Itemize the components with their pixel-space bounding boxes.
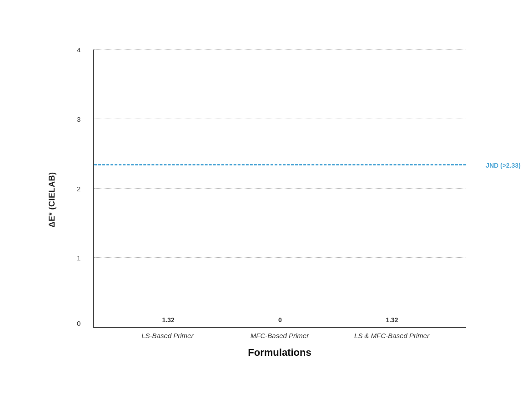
x-label-2: MFC-Based Primer	[239, 332, 321, 339]
chart-area: ΔE* (CIELAB) 4	[39, 40, 493, 359]
y-axis-label: ΔE* (CIELAB)	[48, 172, 57, 227]
plot: 4 3 2 1	[93, 50, 466, 328]
plot-and-xaxis: 4 3 2 1	[66, 40, 493, 359]
x-axis-labels: LS-Based Primer MFC-Based Primer LS & MF…	[66, 328, 493, 339]
chart-container: ΔE* (CIELAB) 4	[39, 40, 493, 359]
y-tick-3: 3	[77, 115, 80, 123]
y-tick-2: 2	[77, 185, 80, 192]
bar-value-3: 1.32	[386, 316, 398, 324]
bar-value-2: 0	[278, 316, 282, 324]
y-tick-1: 1	[77, 254, 80, 262]
x-label-3: LS & MFC-Based Primer	[351, 332, 433, 339]
y-axis-label-container: ΔE* (CIELAB)	[39, 40, 66, 359]
bar-value-1: 1.32	[162, 316, 174, 324]
x-label-1: LS-Based Primer	[126, 332, 208, 339]
bars-container: 1.32 0 1.32	[94, 50, 466, 327]
plot-wrapper: 4 3 2 1	[66, 40, 493, 328]
y-tick-0-container: 0	[77, 319, 80, 327]
y-tick-0: 0	[77, 319, 80, 327]
y-tick-4: 4	[77, 46, 80, 54]
x-axis-title: Formulations	[66, 347, 493, 359]
jnd-label: JND (>2.33)	[486, 162, 521, 169]
